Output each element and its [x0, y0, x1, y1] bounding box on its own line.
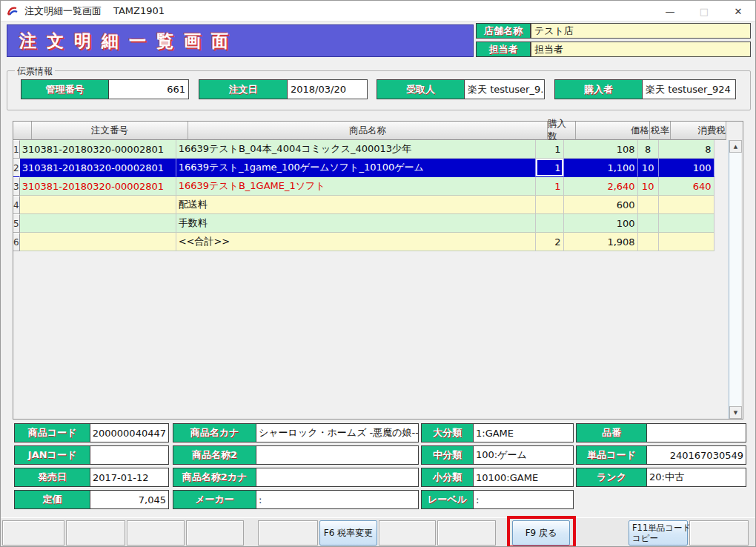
order-date-pair: 注文日 2018/03/20: [199, 79, 368, 99]
product-kana-pair: 商品名カナ シャーロック・ホームズ -悪魔の娘--...: [173, 423, 419, 442]
window-code: TAMZ1901: [113, 5, 165, 16]
product-kana-field[interactable]: シャーロック・ホームズ -悪魔の娘--...: [256, 424, 418, 442]
item-code-field[interactable]: 240167030549: [647, 446, 746, 464]
header-product-name: 商品名称: [188, 122, 548, 140]
maximize-icon: □: [687, 1, 721, 21]
f11-item-code-copy-button[interactable]: F11単品コード コピー: [629, 520, 688, 546]
product-name2-label: 商品名称2: [173, 446, 256, 464]
maker-field[interactable]: :: [256, 491, 418, 508]
item-code-label: 単品コード: [577, 446, 647, 464]
cell-price: 100: [564, 214, 638, 233]
recipient-pair: 受取人 楽天 testuser_9...: [377, 79, 545, 99]
rank-field[interactable]: 20:中古: [647, 468, 746, 486]
major-class-pair: 大分類 1:GAME: [421, 423, 574, 442]
order-date-label: 注文日: [199, 79, 288, 99]
cell-price: 1,908: [564, 233, 638, 251]
jan-code-pair: JANコード: [14, 445, 169, 465]
vertical-scrollbar[interactable]: ▲ ▼: [729, 140, 741, 419]
product-name2-kana-field[interactable]: [256, 468, 418, 486]
table-row-total[interactable]: 6 <<合計>> 2 1,908: [13, 233, 714, 251]
cell-order-no: [20, 214, 176, 233]
jan-code-field[interactable]: [90, 446, 168, 464]
f9-back-button[interactable]: F9 戻る: [512, 520, 570, 546]
purchaser-label: 購入者: [554, 79, 643, 99]
minimize-icon[interactable]: —: [653, 1, 687, 21]
mgmt-no-field[interactable]: 661: [109, 79, 189, 99]
product-name2-pair: 商品名称2: [173, 445, 419, 465]
product-name2-kana-pair: 商品名称2カナ: [173, 468, 419, 487]
purchaser-field[interactable]: 楽天 testuser_924: [643, 79, 736, 99]
part-no-pair: 品番: [576, 423, 746, 442]
part-no-field[interactable]: [647, 424, 746, 442]
cell-price: 600: [564, 196, 638, 214]
part-no-label: 品番: [577, 424, 647, 442]
scroll-up-icon[interactable]: ▲: [729, 140, 742, 153]
list-price-label: 定価: [15, 491, 90, 508]
cell-rate: 10: [638, 177, 659, 196]
item-code-pair: 単品コード 240167030549: [576, 445, 746, 465]
cell-rate: 10: [638, 159, 659, 177]
cell-qty: [536, 196, 564, 214]
fn-slot-empty: [2, 520, 64, 546]
major-class-label: 大分類: [422, 424, 474, 442]
page-title: 注 文 明 細 一 覧 画 面: [19, 30, 231, 53]
cell-price: 1,100: [564, 159, 638, 177]
cell-product: 16639テストB_04本_4004コミックス_400013少年: [176, 140, 536, 159]
f6-tax-rate-change-button[interactable]: F6 税率変更: [319, 520, 377, 546]
major-class-field[interactable]: 1:GAME: [474, 424, 573, 442]
maker-label: メーカー: [173, 491, 256, 508]
label-field[interactable]: :: [474, 491, 573, 508]
table-row[interactable]: 4 配送料 600: [13, 196, 714, 214]
cell-tax: [659, 214, 714, 233]
list-price-field[interactable]: 7,045: [90, 491, 168, 508]
cell-order-no: [20, 196, 176, 214]
scroll-down-icon[interactable]: ▼: [729, 406, 742, 419]
grid-rows: 1 310381-20180320-00002801 16639テストB_04本…: [13, 140, 714, 251]
cell-rownum: 6: [13, 233, 20, 251]
recipient-field[interactable]: 楽天 testuser_9...: [465, 79, 545, 99]
close-icon[interactable]: ✕: [721, 1, 755, 21]
release-date-label: 発売日: [15, 468, 90, 486]
slip-info-group: 伝票情報 管理番号 661 注文日 2018/03/20 受取人 楽天 test…: [7, 70, 751, 110]
cell-rownum: 2: [13, 159, 20, 177]
cell-qty: 1: [536, 140, 564, 159]
cell-product: 手数料: [176, 214, 536, 233]
maker-pair: メーカー :: [173, 490, 419, 509]
cell-rownum: 3: [13, 177, 20, 196]
release-date-field[interactable]: 2017-01-12: [90, 468, 168, 486]
order-date-field[interactable]: 2018/03/20: [288, 79, 368, 99]
product-code-field[interactable]: 200000040447: [90, 424, 168, 442]
window: 注文明細一覧画面 TAMZ1901 — □ ✕ 注 文 明 細 一 覧 画 面 …: [0, 0, 756, 547]
product-kana-label: 商品名カナ: [173, 424, 256, 442]
fn-slot-empty: [689, 520, 749, 546]
cell-rate: [638, 233, 659, 251]
middle-class-field[interactable]: 100:ゲーム: [474, 446, 573, 464]
fn-slot-empty: [437, 520, 496, 546]
function-key-bar: F6 税率変更 F9 戻る F11単品コード コピー: [1, 517, 756, 547]
release-date-pair: 発売日 2017-01-12: [14, 468, 169, 487]
cell-price: 108: [564, 140, 638, 159]
recipient-label: 受取人: [377, 79, 465, 99]
fn-slot-empty: [258, 520, 318, 546]
item-detail-form: 商品コード 200000040447 商品名カナ シャーロック・ホームズ -悪魔…: [13, 422, 756, 515]
fn-slot-empty: [66, 520, 125, 546]
staff-field[interactable]: 担当者: [531, 42, 751, 57]
cell-product: 16639テストB_1GAME_1ソフト: [176, 177, 536, 196]
cell-tax: 8: [659, 140, 714, 159]
product-name2-field[interactable]: [256, 446, 418, 464]
f11-label-line1: F11単品コード: [632, 523, 691, 533]
minor-class-field[interactable]: 10100:GAME: [474, 468, 573, 486]
table-row[interactable]: 5 手数料 100: [13, 214, 714, 233]
cell-tax: [659, 233, 714, 251]
fn-slot-empty: [127, 520, 185, 546]
store-name-field[interactable]: テスト店: [531, 23, 751, 39]
table-row[interactable]: 3 310381-20180320-00002801 16639テストB_1GA…: [13, 177, 714, 196]
table-row[interactable]: 1 310381-20180320-00002801 16639テストB_04本…: [13, 140, 714, 159]
product-code-pair: 商品コード 200000040447: [14, 423, 169, 442]
header-rownum: [13, 122, 32, 140]
jan-code-label: JANコード: [15, 446, 90, 464]
table-row-selected[interactable]: 2 310381-20180320-00002801 16639テスト_1gam…: [13, 159, 714, 177]
title-bar: 注文明細一覧画面 TAMZ1901 — □ ✕: [1, 1, 755, 21]
cell-rate: [638, 214, 659, 233]
mgmt-no-label: 管理番号: [21, 79, 109, 99]
